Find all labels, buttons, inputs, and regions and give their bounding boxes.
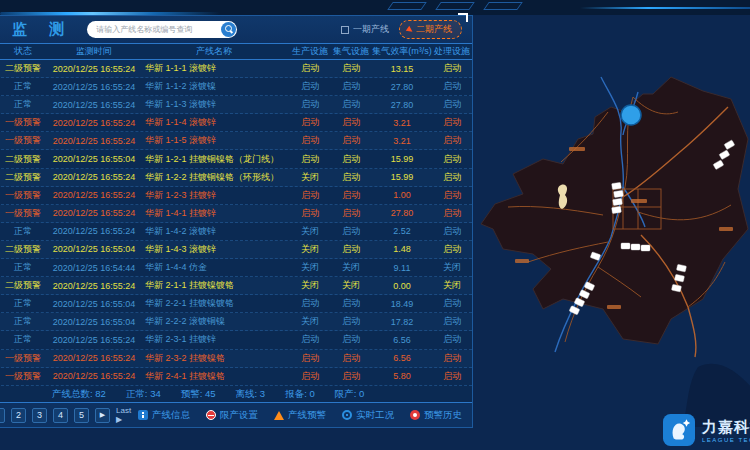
- treatment-facility: 启动: [432, 297, 472, 310]
- stat-item: 离线: 3: [236, 388, 266, 401]
- treatment-facility: 启动: [432, 189, 472, 202]
- table-row[interactable]: 正常2020/12/25 16:55:04华新 2-2-1 挂镀镍镀铬启动启动1…: [0, 295, 472, 313]
- page-4-button[interactable]: 4: [53, 408, 68, 423]
- search-box: [87, 21, 237, 38]
- gauge-icon: [342, 410, 352, 420]
- bottom-toolbar: 1 2 3 4 5 ▶ Last ▶ 产线信息 限产设置 产: [0, 402, 472, 427]
- table-row[interactable]: 正常2020/12/25 16:55:24华新 1-1-2 滚镀镍启动启动27.…: [0, 78, 472, 96]
- phase1-label: 一期产线: [353, 23, 389, 36]
- table-row[interactable]: 一级预警2020/12/25 16:55:24华新 1-1-5 滚镀锌启动启动3…: [0, 132, 472, 150]
- top-glow-line-right: [580, 7, 750, 9]
- map-cluster-badge[interactable]: [621, 105, 641, 125]
- status-badge: 一级预警: [0, 370, 50, 383]
- page-2-button[interactable]: 2: [11, 408, 26, 423]
- treatment-facility: 启动: [432, 225, 472, 238]
- line-warning-button[interactable]: 产线预警: [274, 409, 326, 422]
- stat-item: 产线总数: 82: [52, 388, 106, 401]
- search-input[interactable]: [87, 25, 237, 34]
- status-badge: 二级预警: [0, 279, 50, 292]
- treatment-facility: 启动: [432, 352, 472, 365]
- production-facility: 关闭: [290, 261, 330, 274]
- pagination: 1 2 3 4 5 ▶ Last ▶: [0, 406, 138, 424]
- production-facility: 启动: [290, 80, 330, 93]
- treatment-facility: 启动: [432, 80, 472, 93]
- line-name: 华新 1-1-3 滚镀锌: [138, 98, 290, 111]
- monitor-time: 2020/12/25 16:55:04: [50, 244, 138, 254]
- table-row[interactable]: 二级预警2020/12/25 16:55:04华新 1-4-3 滚镀锌关闭启动1…: [0, 241, 472, 259]
- status-badge: 正常: [0, 297, 50, 310]
- table-row[interactable]: 正常2020/12/25 16:55:24华新 2-3-1 挂镀锌启动启动6.5…: [0, 331, 472, 349]
- no-entry-icon: [206, 410, 216, 420]
- checkbox-icon: [341, 26, 349, 34]
- monitor-time: 2020/12/25 16:55:24: [50, 226, 138, 236]
- table-row[interactable]: 一级预警2020/12/25 16:55:24华新 2-4-1 挂镀镍铬启动启动…: [0, 368, 472, 386]
- line-name: 华新 1-2-2 挂镀铜镍铬（环形线）: [138, 171, 290, 184]
- top-decor-bar: [0, 0, 750, 15]
- production-facility: 启动: [290, 297, 330, 310]
- status-badge: 一级预警: [0, 352, 50, 365]
- monitor-time: 2020/12/25 16:55:24: [50, 371, 138, 381]
- phase1-checkbox[interactable]: 一期产线: [341, 23, 389, 36]
- efficiency-value: 9.11: [372, 263, 432, 273]
- table-row[interactable]: 二级预警2020/12/25 16:55:24华新 2-1-1 挂镀镍镀铬关闭关…: [0, 277, 472, 295]
- realtime-status-button[interactable]: 实时工况: [342, 409, 394, 422]
- page-3-button[interactable]: 3: [32, 408, 47, 423]
- production-facility: 启动: [290, 116, 330, 129]
- production-facility: 关闭: [290, 279, 330, 292]
- gas-facility: 启动: [330, 333, 372, 346]
- production-facility: 关闭: [290, 243, 330, 256]
- table-row[interactable]: 二级预警2020/12/25 16:55:24华新 1-2-2 挂镀铜镍铬（环形…: [0, 169, 472, 187]
- limit-settings-button[interactable]: 限产设置: [206, 409, 258, 422]
- table-row[interactable]: 正常2020/12/25 16:55:24华新 1-1-3 滚镀锌启动启动27.…: [0, 96, 472, 114]
- status-badge: 一级预警: [0, 116, 50, 129]
- stat-item: 限产: 0: [335, 388, 365, 401]
- table-row[interactable]: 一级预警2020/12/25 16:55:24华新 1-2-3 挂镀锌启动启动1…: [0, 187, 472, 205]
- page-1-button[interactable]: 1: [0, 408, 5, 423]
- phase2-button[interactable]: 二期产线: [399, 20, 462, 39]
- treatment-facility: 启动: [432, 333, 472, 346]
- table-row[interactable]: 正常2020/12/25 16:54:44华新 1-4-4 仿金关闭关闭9.11…: [0, 259, 472, 277]
- table-header-row: 状态 监测时间 产线名称 生产设施 集气设施 集气效率(m³/s) 处理设施: [0, 43, 472, 60]
- monitor-time: 2020/12/25 16:55:04: [50, 299, 138, 309]
- monitor-time: 2020/12/25 16:55:24: [50, 172, 138, 182]
- table-row[interactable]: 二级预警2020/12/25 16:55:24华新 1-1-1 滚镀锌启动启动1…: [0, 60, 472, 78]
- efficiency-value: 3.21: [372, 136, 432, 146]
- status-badge: 一级预警: [0, 134, 50, 147]
- table-row[interactable]: 一级预警2020/12/25 16:55:24华新 1-1-4 滚镀锌启动启动3…: [0, 114, 472, 132]
- warning-history-button[interactable]: 预警历史: [410, 409, 462, 422]
- last-page-button[interactable]: Last ▶: [116, 406, 138, 424]
- line-name: 华新 1-4-3 滚镀锌: [138, 243, 290, 256]
- table-row[interactable]: 二级预警2020/12/25 16:55:04华新 1-2-1 挂镀铜镍铬（龙门…: [0, 150, 472, 168]
- treatment-facility: 启动: [432, 315, 472, 328]
- next-page-button[interactable]: ▶: [95, 408, 110, 423]
- logo-title: 力嘉科技: [702, 418, 750, 437]
- efficiency-value: 15.99: [372, 154, 432, 164]
- status-badge: 正常: [0, 225, 50, 238]
- city-map[interactable]: [473, 57, 750, 427]
- logo-subtitle: LEAGUE TECH: [702, 437, 750, 443]
- treatment-facility: 启动: [432, 370, 472, 383]
- search-icon[interactable]: [221, 22, 236, 37]
- phase2-label: 二期产线: [416, 23, 452, 36]
- table-row[interactable]: 正常2020/12/25 16:55:24华新 1-4-2 滚镀锌关闭启动2.5…: [0, 223, 472, 241]
- line-info-button[interactable]: 产线信息: [138, 409, 190, 422]
- table-row[interactable]: 一级预警2020/12/25 16:55:24华新 2-3-2 挂镀镍铬启动启动…: [0, 350, 472, 368]
- treatment-facility: 启动: [432, 243, 472, 256]
- efficiency-value: 13.15: [372, 64, 432, 74]
- line-name: 华新 1-1-5 滚镀锌: [138, 134, 290, 147]
- page-5-button[interactable]: 5: [74, 408, 89, 423]
- gas-facility: 启动: [330, 98, 372, 111]
- line-name: 华新 1-2-3 挂镀锌: [138, 189, 290, 202]
- table-row[interactable]: 一级预警2020/12/25 16:55:24华新 1-4-1 挂镀锌启动启动2…: [0, 205, 472, 223]
- monitor-time: 2020/12/25 16:55:24: [50, 82, 138, 92]
- efficiency-value: 0.00: [372, 281, 432, 291]
- gas-facility: 关闭: [330, 261, 372, 274]
- action-buttons: 产线信息 限产设置 产线预警 实时工况 预警历史: [138, 409, 462, 422]
- table-row[interactable]: 正常2020/12/25 16:55:04华新 2-2-2 滚镀铜镍关闭启动17…: [0, 313, 472, 331]
- production-facility: 启动: [290, 98, 330, 111]
- status-badge: 一级预警: [0, 207, 50, 220]
- monitor-time: 2020/12/25 16:55:24: [50, 208, 138, 218]
- line-name: 华新 1-4-2 滚镀锌: [138, 225, 290, 238]
- efficiency-value: 5.80: [372, 371, 432, 381]
- monitor-time: 2020/12/25 16:54:44: [50, 263, 138, 273]
